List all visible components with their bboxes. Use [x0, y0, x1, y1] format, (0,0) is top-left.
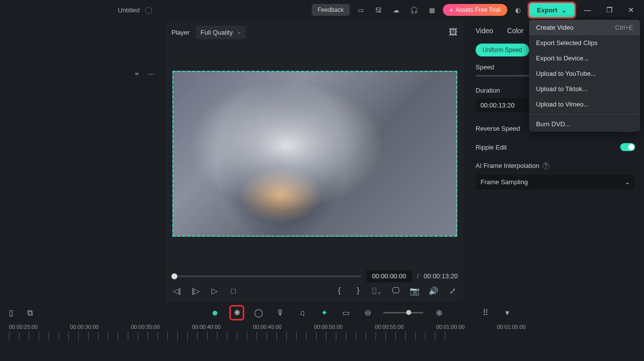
export-label: Export — [537, 6, 557, 14]
menu-upload-youtube[interactable]: Upload to YouTube... — [529, 66, 640, 81]
project-title: Untitled — [118, 6, 140, 14]
ai-interpolation-label: AI Frame Interpolation — [476, 162, 539, 169]
scrub-knob[interactable] — [171, 273, 177, 279]
aspect-icon[interactable]: ⌷⌄ — [372, 286, 382, 296]
frame-sampling-select[interactable]: Frame Sampling ⌄ — [476, 174, 635, 190]
zoom-in-icon[interactable]: ⊕ — [433, 308, 445, 317]
voice-icon[interactable]: 🎙 — [274, 309, 286, 317]
timeline-ticks[interactable] — [9, 332, 450, 341]
apps-icon[interactable]: ▦ — [425, 3, 439, 17]
menu-export-selected[interactable]: Export Selected Clips — [529, 35, 640, 51]
chevron-down-icon: ⌄ — [625, 178, 630, 186]
snapshot-icon[interactable]: 🖼 — [449, 27, 458, 38]
zoom-knob[interactable] — [406, 310, 411, 315]
export-dropdown: Create Video Ctrl+E Export Selected Clip… — [529, 20, 640, 132]
ruler-mark: 00:00:40:00 — [192, 324, 220, 330]
ruler-mark: 00:00:45:00 — [253, 324, 282, 330]
headphones-icon[interactable]: 🎧 — [407, 3, 421, 17]
timeline-area: ▯ ⧉ ☻ ✺ ◯ 🎙 ♫ ✦ ▭ ⊖ ⊕ ⠿ ▾ 00:00:25:00 00… — [0, 302, 644, 361]
timeline-ruler[interactable]: 00:00:25:00 00:00:30:00 00:00:35:00 00:0… — [9, 324, 639, 330]
layout-icon[interactable]: ▭ — [354, 3, 368, 17]
tab-video[interactable]: Video — [476, 27, 493, 35]
total-timecode: 00:00:13:20 — [424, 272, 458, 280]
timeline-tool-b[interactable]: ⧉ — [24, 309, 36, 317]
preview-panel: Player Full Quality 🖼 00:00:00:00 / 00:0… — [165, 20, 464, 302]
tab-color[interactable]: Color — [507, 27, 524, 35]
timeline-options-icon[interactable]: ▾ — [501, 308, 513, 317]
uniform-speed-pill[interactable]: Uniform Speed — [476, 44, 529, 56]
chevron-down-icon: ⌄ — [561, 6, 567, 14]
play-icon[interactable]: ▷ — [209, 286, 220, 296]
volume-icon[interactable]: 🔊 — [428, 286, 439, 296]
display-icon[interactable]: 🖵 — [390, 286, 401, 296]
theme-icon[interactable]: ◐ — [511, 3, 525, 17]
mark-in-icon[interactable]: { — [334, 286, 345, 296]
menu-separator — [529, 114, 640, 114]
scrub-bar[interactable] — [171, 275, 361, 277]
music-icon[interactable]: ♫ — [296, 309, 308, 317]
menu-upload-vimeo[interactable]: Upload to Vimeo... — [529, 97, 640, 112]
crop-icon[interactable]: ▭ — [340, 308, 352, 317]
export-button[interactable]: Export ⌄ — [529, 3, 575, 17]
maximize-button[interactable]: ❐ — [600, 2, 618, 18]
ripple-edit-label: Ripple Edit — [476, 144, 507, 151]
assets-trial-button[interactable]: ♦ Assets Free Trial — [443, 4, 507, 16]
current-timecode: 00:00:00:00 — [366, 270, 412, 282]
effects-icon[interactable]: ✦ — [318, 308, 330, 317]
menu-upload-tiktok[interactable]: Upload to Tiktok... — [529, 81, 640, 97]
timecode-separator: / — [417, 272, 419, 280]
cloud-icon[interactable]: ☁ — [389, 3, 403, 17]
quality-select[interactable]: Full Quality — [196, 26, 246, 39]
selected-clip-frame[interactable] — [172, 71, 457, 237]
gem-icon: ♦ — [450, 6, 453, 13]
close-button[interactable]: ✕ — [622, 2, 640, 18]
ruler-mark: 00:00:50:00 — [314, 324, 343, 330]
minimize-button[interactable]: — — [579, 2, 596, 18]
save-icon[interactable]: 🖫 — [372, 3, 385, 17]
zoom-out-icon[interactable]: ⊖ — [362, 308, 374, 317]
filter-icon[interactable]: ⫧ — [134, 70, 140, 78]
mark-out-icon[interactable]: } — [353, 286, 364, 296]
reverse-speed-label: Reverse Speed — [476, 125, 520, 132]
ruler-mark: 00:00:30:00 — [70, 324, 99, 330]
fullscreen-icon[interactable]: ⤢ — [447, 286, 458, 296]
grid-view-icon[interactable]: ⠿ — [480, 308, 491, 317]
timeline-tool-a[interactable]: ▯ — [5, 308, 17, 317]
titlebar: Untitled ◯ Feedback ▭ 🖫 ☁ 🎧 ▦ ♦ Assets F… — [0, 0, 644, 20]
ruler-mark: 00:01:00:00 — [436, 324, 465, 330]
assets-trial-label: Assets Free Trial — [456, 6, 500, 13]
stop-icon[interactable]: □ — [228, 287, 239, 296]
keyframe-tool-icon[interactable]: ✺ — [231, 307, 243, 319]
menu-burn-dvd[interactable]: Burn DVD... — [529, 116, 640, 132]
next-frame-icon[interactable]: |▷ — [190, 286, 201, 296]
menu-create-video[interactable]: Create Video Ctrl+E — [529, 20, 640, 35]
ruler-mark: 00:00:25:00 — [9, 324, 38, 330]
ruler-mark: 00:00:55:00 — [375, 324, 404, 330]
marker-icon[interactable]: ◯ — [253, 308, 265, 317]
menu-export-device[interactable]: Export to Device... — [529, 51, 640, 66]
more-icon[interactable]: ⋯ — [148, 70, 155, 78]
ruler-mark: 00:01:05:00 — [497, 324, 526, 330]
ripple-edit-toggle[interactable] — [620, 143, 635, 151]
preview-canvas[interactable] — [171, 43, 458, 264]
help-icon[interactable]: ? — [542, 162, 549, 169]
sync-status-icon: ◯ — [145, 6, 153, 14]
prev-frame-icon[interactable]: ◁| — [171, 286, 182, 296]
ai-tool-icon[interactable]: ☻ — [209, 309, 221, 317]
zoom-slider[interactable] — [383, 312, 423, 313]
camera-icon[interactable]: 📷 — [409, 286, 420, 296]
ruler-mark: 00:00:35:00 — [131, 324, 160, 330]
media-panel: ⫧ ⋯ — [0, 20, 162, 302]
player-label: Player — [171, 29, 190, 36]
feedback-button[interactable]: Feedback — [312, 4, 350, 16]
